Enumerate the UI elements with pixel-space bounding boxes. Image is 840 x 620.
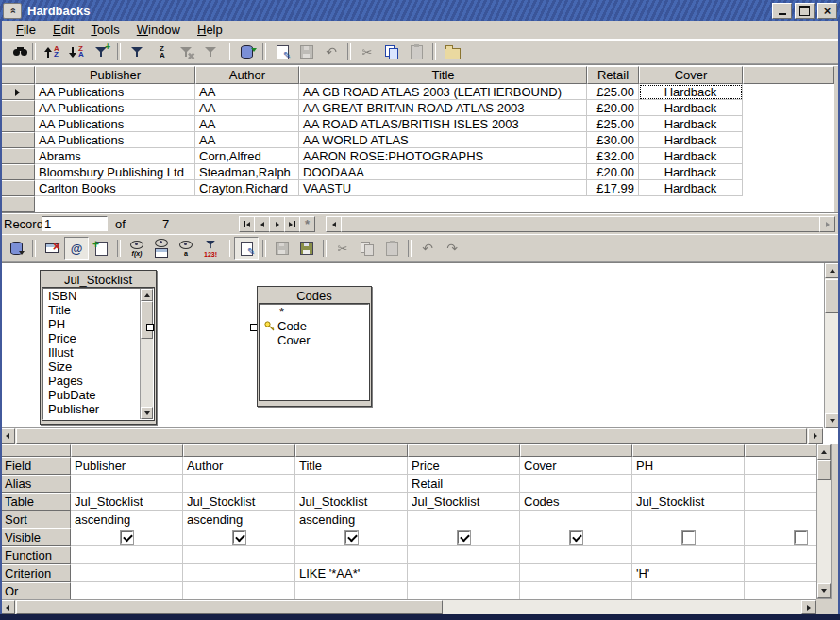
redo-button[interactable]: ↷ (440, 237, 464, 260)
grid-hscroll-right-button[interactable] (819, 216, 835, 232)
design-table-jul-stocklist[interactable]: Jul_Stocklist ISBN Title PH Price Illust… (40, 270, 157, 425)
table-cell[interactable]: Jul_Stocklist (183, 493, 295, 511)
visible-checkbox[interactable] (345, 531, 358, 544)
function-cell[interactable] (183, 546, 295, 564)
field-cell[interactable]: Publisher (71, 457, 183, 475)
design-table-title[interactable]: Codes (259, 288, 370, 303)
visible-cell[interactable] (632, 528, 745, 546)
window-menu-icon[interactable]: » (3, 3, 22, 19)
table-cell[interactable]: Jul_Stocklist (408, 493, 520, 511)
alias-button[interactable]: a (174, 237, 198, 260)
visible-cell[interactable] (520, 528, 632, 546)
menu-window[interactable]: Window (128, 21, 189, 39)
field-cell[interactable]: PH (632, 457, 745, 475)
menu-tools[interactable]: Tools (82, 21, 127, 39)
grid-hscroll-left-button[interactable] (326, 216, 342, 232)
row-header[interactable] (0, 196, 35, 212)
undo-button[interactable]: ↶ (415, 237, 440, 260)
remove-filter-button[interactable] (198, 41, 223, 63)
field-item[interactable]: Price (43, 331, 153, 345)
criterion-cell[interactable]: 'H' (632, 564, 745, 582)
design-table-codes[interactable]: Codes * Code Cover (257, 286, 372, 407)
criterion-cell[interactable] (408, 564, 520, 582)
criterion-cell[interactable] (745, 564, 816, 582)
field-item[interactable]: Title (43, 303, 153, 317)
visible-cell[interactable] (408, 528, 520, 546)
visible-checkbox[interactable] (458, 531, 470, 544)
row-header[interactable] (0, 100, 35, 116)
sort-cell[interactable]: ascending (71, 511, 183, 528)
cell[interactable]: AA WORLD ATLAS (299, 132, 587, 148)
record-number-input[interactable] (42, 216, 108, 231)
sort-cell[interactable] (632, 511, 745, 528)
function-cell[interactable] (408, 546, 520, 564)
field-cell[interactable] (745, 457, 816, 475)
row-header[interactable] (0, 148, 35, 164)
column-header-cover[interactable]: Cover (639, 66, 743, 84)
save-as-button[interactable] (294, 237, 319, 260)
maximize-button[interactable] (795, 3, 815, 19)
cell[interactable]: Abrams (35, 148, 195, 164)
cell[interactable]: Crayton,Richard (195, 180, 299, 196)
sort-cell[interactable] (745, 511, 816, 528)
cell[interactable]: £20.00 (587, 164, 639, 180)
scroll-up-button[interactable] (141, 289, 153, 301)
scroll-thumb[interactable] (817, 460, 831, 480)
field-item[interactable]: Publisher (43, 402, 153, 416)
field-item[interactable]: * (260, 305, 368, 319)
cell[interactable]: AA (195, 84, 299, 100)
clear-query-button[interactable]: × (40, 237, 64, 260)
sort-order-button[interactable]: ZA (149, 41, 174, 63)
cell[interactable]: AA GREAT BRITAIN ROAD ATLAS 2003 (299, 100, 587, 116)
sort-cell[interactable] (408, 511, 520, 528)
scroll-thumb[interactable] (16, 600, 443, 614)
sort-descending-button[interactable]: ZA (64, 41, 89, 63)
scroll-right-button[interactable] (801, 600, 816, 614)
row-header[interactable] (0, 180, 35, 196)
table-cell[interactable]: Jul_Stocklist (71, 493, 183, 511)
table-cell[interactable]: Jul_Stocklist (632, 493, 745, 511)
sort-cell[interactable]: ascending (183, 511, 295, 528)
column-header-publisher[interactable]: Publisher (35, 66, 195, 84)
field-item[interactable]: Cover (260, 333, 368, 347)
scroll-down-button[interactable] (141, 407, 153, 419)
save-record-button[interactable] (294, 41, 319, 63)
alias-cell[interactable] (295, 475, 408, 493)
cell[interactable]: AA Publications (35, 100, 195, 116)
row-header[interactable] (0, 132, 35, 148)
cell[interactable]: Steadman,Ralph (195, 164, 299, 180)
cell[interactable]: AARON ROSE:PHOTOGRAPHS (299, 148, 587, 164)
visible-cell[interactable] (71, 528, 183, 546)
visible-cell[interactable] (295, 528, 408, 546)
paste-button[interactable] (379, 237, 404, 260)
run-query-button[interactable] (4, 237, 28, 260)
row-header[interactable] (0, 164, 35, 180)
field-cell[interactable]: Price (408, 457, 520, 475)
scroll-down-button[interactable] (817, 583, 831, 598)
cell[interactable]: Hardback (639, 100, 743, 116)
cell[interactable]: Hardback (639, 148, 743, 164)
cut-button[interactable]: ✂ (330, 237, 355, 260)
menu-file[interactable]: File (8, 21, 44, 39)
menu-help[interactable]: Help (189, 21, 231, 39)
visible-cell[interactable] (745, 528, 816, 546)
save-button[interactable] (270, 237, 294, 260)
scroll-thumb[interactable] (16, 428, 807, 444)
cell[interactable]: AA (195, 100, 299, 116)
column-header-title[interactable]: Title (299, 66, 587, 84)
function-cell[interactable] (71, 546, 183, 564)
function-cell[interactable] (520, 546, 632, 564)
scroll-left-button[interactable] (0, 428, 15, 444)
scroll-left-button[interactable] (0, 600, 15, 614)
or-cell[interactable] (520, 582, 632, 599)
cell[interactable]: Carlton Books (35, 180, 195, 196)
close-button[interactable]: × (817, 3, 837, 19)
cell[interactable]: Hardback (639, 116, 743, 132)
sort-cell[interactable]: ascending (295, 511, 408, 528)
criterion-cell[interactable] (520, 564, 632, 582)
edit-data-button[interactable]: ✎ (270, 41, 294, 63)
criterion-cell[interactable] (183, 564, 295, 582)
field-item[interactable]: Size (43, 360, 153, 374)
column-header-retail[interactable]: Retail (587, 66, 639, 84)
last-record-button[interactable] (284, 216, 300, 232)
